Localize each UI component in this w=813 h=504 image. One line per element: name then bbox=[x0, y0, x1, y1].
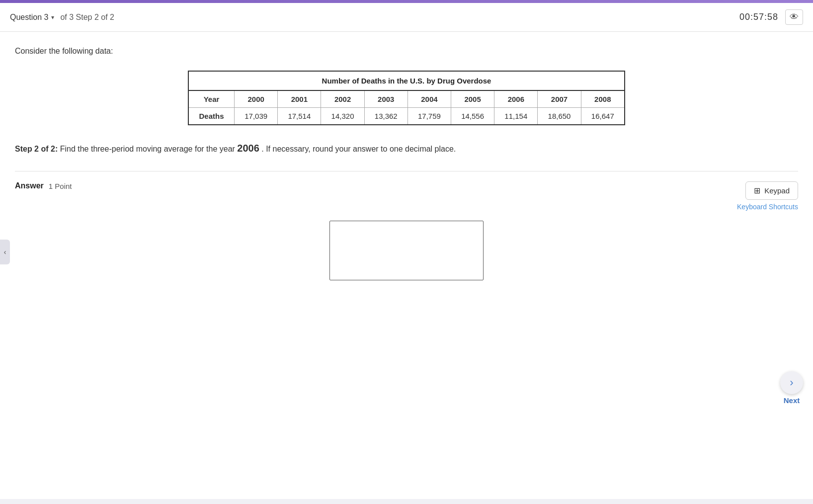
question-label: Question 3 bbox=[10, 13, 48, 22]
col-header-2006: 2006 bbox=[494, 90, 538, 108]
keypad-button[interactable]: ⊞ Keypad bbox=[745, 181, 798, 200]
next-label[interactable]: Next bbox=[784, 396, 800, 405]
answer-label: Answer 1 Point bbox=[15, 181, 72, 190]
cell-2003: 13,362 bbox=[364, 108, 407, 125]
col-header-2004: 2004 bbox=[407, 90, 451, 108]
header-right: 00:57:58 👁 bbox=[739, 9, 803, 25]
col-header-2001: 2001 bbox=[278, 90, 321, 108]
answer-tools: ⊞ Keypad Keyboard Shortcuts bbox=[737, 181, 798, 211]
step-instruction: Step 2 of 2: Find the three-period movin… bbox=[15, 140, 798, 156]
step-year: 2006 bbox=[237, 143, 259, 154]
next-arrow-icon: › bbox=[790, 376, 793, 389]
step-text: Find the three-period moving average for… bbox=[60, 145, 238, 153]
step-label: Step 2 of 2: bbox=[15, 145, 58, 153]
answer-section: Answer 1 Point ⊞ Keypad Keyboard Shortcu… bbox=[15, 181, 798, 211]
col-header-2000: 2000 bbox=[235, 90, 278, 108]
question-intro: Consider the following data: bbox=[15, 47, 798, 56]
left-arrow-container[interactable]: ‹ bbox=[0, 240, 10, 264]
table-title: Number of Deaths in the U.S. by Drug Ove… bbox=[188, 71, 625, 90]
header-left: Question 3 ▾ of 3 Step 2 of 2 bbox=[10, 13, 114, 22]
cell-2004: 17,759 bbox=[407, 108, 451, 125]
main-content: Consider the following data: Number of D… bbox=[0, 32, 813, 499]
keypad-icon: ⊞ bbox=[754, 186, 760, 195]
next-button-container: › Next bbox=[780, 371, 803, 405]
header: Question 3 ▾ of 3 Step 2 of 2 00:57:58 👁 bbox=[0, 3, 813, 32]
row-label-deaths: Deaths bbox=[188, 108, 235, 125]
keyboard-shortcuts-link[interactable]: Keyboard Shortcuts bbox=[737, 203, 798, 211]
next-arrow-button[interactable]: › bbox=[780, 371, 803, 394]
cell-2005: 14,556 bbox=[451, 108, 494, 125]
table-data-row: Deaths 17,039 17,514 14,320 13,362 17,75… bbox=[188, 108, 625, 125]
table-title-row: Number of Deaths in the U.S. by Drug Ove… bbox=[188, 71, 625, 90]
question-selector[interactable]: Question 3 ▾ bbox=[10, 13, 54, 22]
answer-points: 1 Point bbox=[49, 182, 72, 190]
cell-2006: 11,154 bbox=[494, 108, 538, 125]
cell-2001: 17,514 bbox=[278, 108, 321, 125]
eye-icon[interactable]: 👁 bbox=[785, 9, 803, 25]
col-header-year: Year bbox=[188, 90, 235, 108]
answer-input[interactable] bbox=[329, 221, 484, 280]
answer-input-area bbox=[15, 221, 798, 280]
timer-display: 00:57:58 bbox=[739, 12, 778, 22]
cell-2002: 14,320 bbox=[321, 108, 364, 125]
data-table-container: Number of Deaths in the U.S. by Drug Ove… bbox=[15, 71, 798, 125]
step-indicator: of 3 Step 2 of 2 bbox=[60, 13, 114, 22]
step-suffix: . If necessary, round your answer to one… bbox=[261, 145, 456, 153]
chevron-down-icon: ▾ bbox=[51, 14, 54, 21]
col-header-2007: 2007 bbox=[538, 90, 581, 108]
table-header-row: Year 2000 2001 2002 2003 2004 2005 2006 … bbox=[188, 90, 625, 108]
data-table: Number of Deaths in the U.S. by Drug Ove… bbox=[188, 71, 625, 125]
cell-2007: 18,650 bbox=[538, 108, 581, 125]
col-header-2003: 2003 bbox=[364, 90, 407, 108]
answer-title: Answer bbox=[15, 181, 44, 190]
keypad-label: Keypad bbox=[764, 186, 790, 195]
divider bbox=[15, 171, 798, 171]
col-header-2002: 2002 bbox=[321, 90, 364, 108]
left-arrow-icon: ‹ bbox=[0, 240, 10, 264]
cell-2008: 16,647 bbox=[581, 108, 625, 125]
col-header-2008: 2008 bbox=[581, 90, 625, 108]
col-header-2005: 2005 bbox=[451, 90, 494, 108]
cell-2000: 17,039 bbox=[235, 108, 278, 125]
